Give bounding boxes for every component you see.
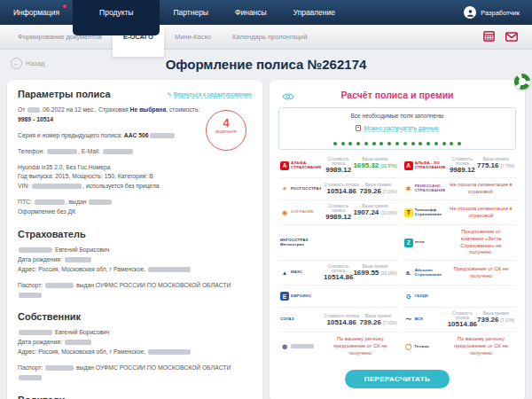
section-title: Водители bbox=[18, 395, 252, 399]
company-logo: ✦РОСГОССТРАХ bbox=[280, 184, 321, 193]
redacted-data bbox=[148, 267, 191, 272]
premium-percent: [7.03%] bbox=[383, 321, 397, 325]
redacted-data bbox=[32, 184, 82, 189]
policy-text-line: От .06.2022 на 12 мес., Страховая Не выб… bbox=[18, 106, 208, 125]
offer-cell[interactable]: ✱РЕНЕССАНССТРАХОВАНИЕНе прошла сегментац… bbox=[403, 177, 517, 200]
user-name: Разработчик bbox=[481, 9, 520, 17]
calc-status-text: Все необходимые поля заполнены bbox=[285, 113, 510, 119]
company-logo: а.АбсолютСтрахование bbox=[404, 269, 445, 278]
redacted-data bbox=[45, 283, 74, 288]
cost-header: Стоимость полиса bbox=[324, 157, 353, 166]
section-title: Страхователь bbox=[18, 229, 252, 239]
cost-header: Стоимость полиса bbox=[324, 204, 353, 213]
policy-cost-value: 9989.12 bbox=[448, 166, 477, 174]
policy-text-line: Телефон: , E-Mail: bbox=[18, 147, 208, 157]
company-logo: СОГАЗ bbox=[280, 317, 321, 322]
company-logo: ✱РЕНЕССАНССТРАХОВАНИЕ bbox=[404, 184, 445, 193]
offer-cell[interactable]: ✦РОСГОССТРАХСтоимость полиса10514.86Ваша… bbox=[278, 177, 399, 200]
premium-value: 1695.32 [16.97%] bbox=[353, 161, 396, 169]
premium-percent: [7.03%] bbox=[383, 190, 397, 194]
mail-icon[interactable] bbox=[505, 29, 518, 45]
policy-text-line: Паспорт: выдан ОУФМС РОССИИ ПО МОСКОВСКО… bbox=[18, 281, 252, 301]
calc-title: Расчёт полиса и премии bbox=[278, 87, 516, 103]
calendar-icon[interactable] bbox=[483, 29, 495, 45]
offer-cell[interactable]: 〜ВСКСтоимость полиса10514.86Ваша премия7… bbox=[403, 307, 517, 332]
offer-status-message: Не прошла сегментация в страховой bbox=[448, 206, 515, 220]
edit-policy-link[interactable]: ✎ Вернуться к редактированию bbox=[167, 91, 252, 98]
nav-item-информация[interactable]: Информация bbox=[0, 0, 73, 25]
redacted-data bbox=[19, 247, 52, 253]
company-logo: ИНГОССТРАХИнгосстрах bbox=[280, 239, 321, 247]
offer-cell[interactable]: GГАЙДЕ bbox=[403, 285, 517, 307]
company-logo: ◍ bbox=[280, 342, 321, 351]
nav-item-партнеры[interactable]: Партнеры bbox=[160, 0, 222, 25]
nav-item-управление[interactable]: Управление bbox=[280, 0, 348, 25]
drivers-count-badge: 4 водителя bbox=[206, 110, 246, 151]
offer-cell[interactable]: СОГАЗСтоимость полиса10514.86Ваша премия… bbox=[278, 307, 399, 332]
tab-мини-каско[interactable]: Мини-Каско bbox=[164, 25, 222, 57]
offer-cell[interactable]: а.АбсолютСтрахованиеПредложение от СК не… bbox=[403, 260, 517, 285]
company-logo: GГАЙДЕ bbox=[404, 292, 445, 301]
tab-календарь пролонгаций[interactable]: Календарь пролонгаций bbox=[222, 25, 317, 57]
premium-percent: [16.97%] bbox=[381, 164, 397, 168]
calc-status-box: Все необходимые поля заполнены Можно рас… bbox=[278, 107, 516, 150]
offer-status-message: По вашему региону предложение от СК не п… bbox=[448, 336, 515, 356]
redacted-data bbox=[19, 330, 52, 335]
offer-cell[interactable]: ◯ГелиосПо вашему региону предложение от … bbox=[403, 332, 517, 360]
offer-cell[interactable]: ЕЕВРОИНС bbox=[278, 285, 399, 307]
premium-value: 1699.55 [16.16%] bbox=[353, 269, 396, 277]
top-nav-items: ИнформацияПродуктыПартнерыФинансыУправле… bbox=[0, 0, 348, 25]
redacted-data bbox=[150, 133, 175, 138]
premium-value: 775.16 [7.76%] bbox=[477, 161, 514, 169]
company-logo: ААЛЬФА...ХОСТРАХОВАНИЕ bbox=[404, 161, 445, 170]
redacted-data bbox=[47, 149, 77, 154]
offer-cell[interactable]: ◍По вашему региону предложение от СК не … bbox=[278, 332, 399, 360]
user-avatar-icon bbox=[464, 6, 476, 19]
policy-text-line: Адрес: Россия, Московская обл, г Раменск… bbox=[18, 265, 252, 275]
offer-cell[interactable]: ААЛЬФА...ХОСТРАХОВАНИЕСтоимость полиса99… bbox=[403, 153, 517, 177]
premium-value: 739.26 [7.03%] bbox=[359, 318, 396, 326]
policy-text-line: Оформление без ДК bbox=[18, 207, 208, 217]
company-logo: ◉СОГЛАСИЕ bbox=[280, 208, 321, 217]
premium-value: 1907.24 [19.09%] bbox=[353, 208, 396, 216]
user-menu[interactable]: Разработчик bbox=[464, 0, 532, 25]
offer-cell[interactable]: ИНГОССТРАХИнгосстрах bbox=[278, 224, 399, 260]
nav-item-продукты[interactable]: Продукты bbox=[73, 0, 160, 35]
offer-cell[interactable]: ТТинькоффСтрахованиеНе прошла сегментаци… bbox=[403, 200, 517, 224]
offer-cell[interactable]: ZzettaПредложение от компании «Зетта Стр… bbox=[403, 224, 517, 260]
offer-status-message: Предложение от СК не получено bbox=[448, 266, 515, 280]
offer-cell[interactable]: ААЛЬФАСТРАХОВАНИЕСтоимость полиса9989.12… bbox=[278, 153, 399, 177]
cost-header: Стоимость полиса bbox=[448, 311, 477, 320]
policy-parameters-card: Параметры полиса ✎ Вернуться к редактиро… bbox=[7, 80, 262, 399]
policy-text-line: Дата рождения: bbox=[18, 338, 252, 348]
company-logo: ▲МАКС bbox=[280, 269, 321, 278]
offers-grid: ААЛЬФАСТРАХОВАНИЕСтоимость полиса9989.12… bbox=[278, 153, 516, 361]
nav-item-финансы[interactable]: Финансы bbox=[222, 0, 280, 25]
policy-text-line: Дата рождения: bbox=[18, 255, 252, 265]
policy-intro: От .06.2022 на 12 мес., Страховая Не выб… bbox=[18, 106, 208, 217]
policy-text-line: Год выпуска: 2015, Мощность: 150, Катего… bbox=[18, 172, 208, 182]
policy-cost-value: 9989.12 bbox=[324, 166, 353, 174]
premium-value: 739.26 [7.03%] bbox=[359, 187, 396, 195]
policy-text-line: Адрес: Россия, Московская обл, г Раменск… bbox=[18, 348, 252, 357]
notification-dot bbox=[63, 4, 66, 8]
back-button[interactable]: ← Назад bbox=[11, 58, 45, 69]
print-data-link[interactable]: Можно распечатать данные bbox=[356, 125, 438, 132]
policy-text-line: Паспорт: выдан ОУФМС РОССИИ ПО МОСКОВСКО… bbox=[18, 364, 252, 383]
eye-icon[interactable] bbox=[282, 89, 294, 105]
help-widget-icon[interactable] bbox=[514, 74, 530, 90]
redacted-data bbox=[35, 200, 65, 205]
cost-header: Стоимость полиса bbox=[448, 157, 477, 166]
offer-cell[interactable]: ▲МАКССтоимость полиса10514.86Ваша премия… bbox=[278, 260, 399, 285]
policy-text-line: Евгений Борисович bbox=[18, 328, 252, 338]
offer-cell[interactable]: ◉СОГЛАСИЕСтоимость полиса9989.12Ваша пре… bbox=[278, 200, 399, 224]
back-label: Назад bbox=[26, 59, 45, 67]
redacted-data bbox=[27, 107, 40, 113]
company-logo: ◯Гелиос bbox=[404, 342, 445, 351]
document-icon bbox=[356, 125, 361, 131]
recalculate-button[interactable]: ПЕРЕРАСЧИТАТЬ bbox=[345, 370, 450, 388]
premium-percent: [16.16%] bbox=[381, 271, 397, 276]
premium-percent: [7.76%] bbox=[501, 164, 515, 168]
cost-header: Стоимость полиса bbox=[324, 264, 353, 273]
redacted-data bbox=[65, 257, 91, 262]
